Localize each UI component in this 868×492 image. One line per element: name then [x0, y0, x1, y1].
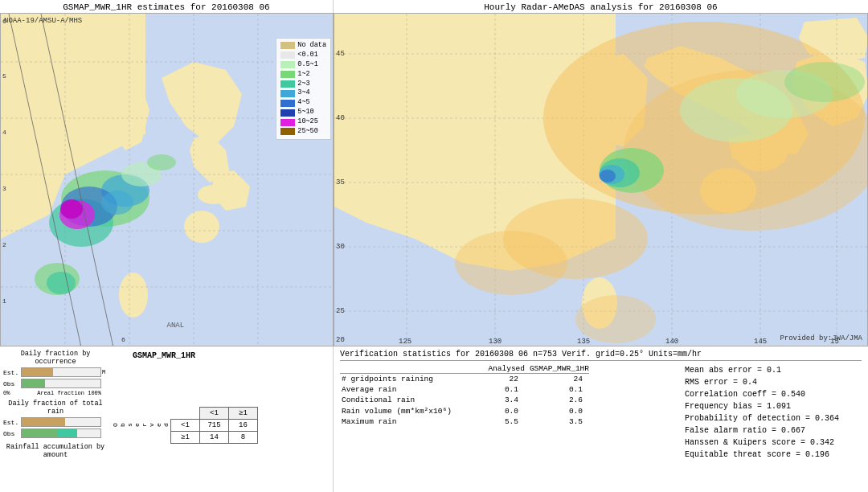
- row-val-gsmap-2: 2.6: [525, 395, 589, 405]
- main-container: GSMAP_MWR_1HR estimates for 20160308 06: [0, 0, 868, 492]
- chart-area: Daily fraction by occurrence Est. M Obs …: [3, 350, 108, 488]
- svg-point-7: [184, 211, 219, 243]
- contingency-area: GSMAP_MWR_1HR <1 ≥1 Observed <1 715 16: [108, 350, 220, 488]
- est-bar-fill-2: [22, 418, 65, 426]
- row-label-2: Conditional rain: [340, 395, 485, 405]
- right-panel: Hourly Radar-AMeDAS analysis for 2016030…: [334, 0, 868, 492]
- col-header-blank: [340, 364, 485, 374]
- obs-bar-fill-2b: [57, 429, 77, 437]
- table-row: Conditional rain 3.4 2.6: [340, 395, 589, 405]
- cont-cell-lt1-lt1: 715: [200, 419, 229, 431]
- observed-label: Observed: [109, 419, 171, 431]
- est-label-2: Est.: [3, 419, 21, 426]
- svg-point-27: [147, 154, 176, 170]
- legend-color-3-4: [280, 90, 295, 97]
- legend-item-05-1: 0.5~1: [280, 60, 326, 70]
- svg-text:6: 6: [121, 336, 125, 343]
- verif-table-section: Analysed GSMAP_MWR_1HR # gridpoints rain…: [340, 364, 862, 461]
- row-label-1: Average rain: [340, 384, 485, 395]
- obs-label-1: Obs: [3, 380, 21, 387]
- cont-header-lt1: <1: [200, 407, 229, 419]
- stat-pod: Probability of detection = 0.364: [685, 412, 862, 424]
- cont-cell-ge1-ge1: 8: [229, 431, 258, 443]
- legend-item-2-3: 2~3: [280, 80, 326, 89]
- svg-text:4: 4: [2, 129, 6, 136]
- legend-color-1-2: [280, 71, 295, 78]
- rain-chart-title: Daily fraction of total rain: [3, 400, 108, 416]
- accumulation-title: Rainfall accumulation by amount: [3, 443, 108, 459]
- contingency-table: <1 ≥1 Observed <1 715 16 ≥1 14 8: [109, 407, 258, 444]
- left-panel: GSMAP_MWR_1HR estimates for 20160308 06: [0, 0, 334, 492]
- obs-bar-2: [21, 428, 101, 438]
- row-val-gsmap-1: 0.1: [525, 384, 589, 395]
- legend-color-05-1: [280, 61, 295, 68]
- svg-text:5: 5: [2, 72, 6, 80]
- row-val-analysed-4: 5.5: [485, 416, 525, 427]
- est-label-1: Est.: [3, 369, 21, 376]
- svg-text:30: 30: [336, 243, 345, 251]
- verif-table: Analysed GSMAP_MWR_1HR # gridpoints rain…: [340, 364, 589, 427]
- bottom-left-section: Daily fraction by occurrence Est. M Obs …: [0, 346, 333, 491]
- svg-point-28: [101, 191, 133, 215]
- legend-item-10-25: 10~25: [280, 117, 326, 127]
- svg-point-62: [455, 231, 567, 295]
- stat-hk: Hanssen & Kuipers score = 0.342: [685, 437, 862, 449]
- stat-corr: Correlation coeff = 0.540: [685, 388, 862, 400]
- left-map-title: GSMAP_MWR_1HR estimates for 20160308 06: [0, 0, 333, 13]
- legend-item-lt001: <0.01: [280, 51, 326, 60]
- table-row: Maximum rain 5.5 3.5: [340, 416, 589, 427]
- row-label-0: # gridpoints raining: [340, 374, 485, 385]
- col-header-analysed: Analysed: [485, 364, 525, 374]
- obs-bar-fill-1: [22, 379, 45, 387]
- col-header-gsmap: GSMAP_MWR_1HR: [525, 364, 589, 374]
- contingency-title: GSMAP_MWR_1HR: [109, 351, 219, 360]
- stat-ets: Equitable threat score = 0.196: [685, 449, 862, 461]
- est-bar-2: [21, 417, 101, 427]
- right-map-title: Hourly Radar-AMeDAS analysis for 2016030…: [334, 0, 868, 13]
- svg-text:40: 40: [336, 114, 345, 122]
- svg-text:20: 20: [336, 336, 345, 344]
- table-row: # gridpoints raining 22 24: [340, 374, 589, 385]
- svg-text:125: 125: [399, 338, 411, 346]
- row-label-4: Maximum rain: [340, 416, 485, 427]
- row-val-gsmap-3: 0.0: [525, 405, 589, 416]
- row-val-gsmap-0: 24: [525, 374, 589, 385]
- legend-color-lt001: [280, 51, 295, 59]
- row-val-analysed-1: 0.1: [485, 384, 525, 395]
- obs-label-2: Obs: [3, 430, 21, 437]
- table-row: Average rain 0.1 0.1: [340, 384, 589, 395]
- svg-point-23: [60, 199, 83, 219]
- legend-color-25-50: [280, 128, 295, 135]
- cont-row-lt1-label: <1: [171, 419, 200, 431]
- svg-point-25: [47, 272, 76, 294]
- bottom-right-section: Verification statistics for 20160308 06 …: [334, 346, 868, 491]
- right-map: 45 40 35 30 25 20 125 130 135 140 145 15…: [334, 13, 868, 346]
- left-map: 6 5 4 3 2 1 6 No data <0.01: [0, 13, 334, 346]
- pct-labels-1: 0% Areal fraction 100%: [3, 390, 101, 396]
- legend-item-nodata: No data: [280, 41, 326, 51]
- svg-text:2: 2: [2, 241, 6, 248]
- verif-left: Analysed GSMAP_MWR_1HR # gridpoints rain…: [340, 364, 669, 461]
- stat-mean-abs: Mean abs error = 0.1: [685, 364, 862, 376]
- sensor-label: NOAA-19/AMSU-A/MHS: [4, 17, 82, 25]
- verif-right: Mean abs error = 0.1 RMS error = 0.4 Cor…: [685, 364, 862, 461]
- svg-text:45: 45: [336, 50, 345, 58]
- est-bar-fill-1: [22, 368, 53, 376]
- svg-text:130: 130: [489, 338, 502, 346]
- cont-cell-ge1-lt1: 14: [200, 431, 229, 443]
- legend-color-2-3: [280, 80, 295, 88]
- svg-text:25: 25: [336, 307, 345, 315]
- obs-bar-fill-2: [22, 429, 57, 437]
- obs-bar-1: [21, 379, 101, 388]
- svg-text:1: 1: [2, 297, 6, 305]
- anal-label: ANAL: [167, 322, 185, 330]
- cont-row-ge1-label: ≥1: [171, 431, 200, 443]
- svg-point-8: [198, 185, 230, 204]
- legend-item-1-2: 1~2: [280, 70, 326, 80]
- svg-point-67: [600, 170, 616, 182]
- table-row: Rain volume (mm*km²x10⁶) 0.0 0.0: [340, 405, 589, 416]
- occurrence-chart-title: Daily fraction by occurrence: [3, 350, 108, 366]
- provided-by: Provided by:JWA/JMA: [780, 334, 862, 342]
- row-label-3: Rain volume (mm*km²x10⁶): [340, 405, 485, 416]
- est-bar-1: [21, 367, 101, 377]
